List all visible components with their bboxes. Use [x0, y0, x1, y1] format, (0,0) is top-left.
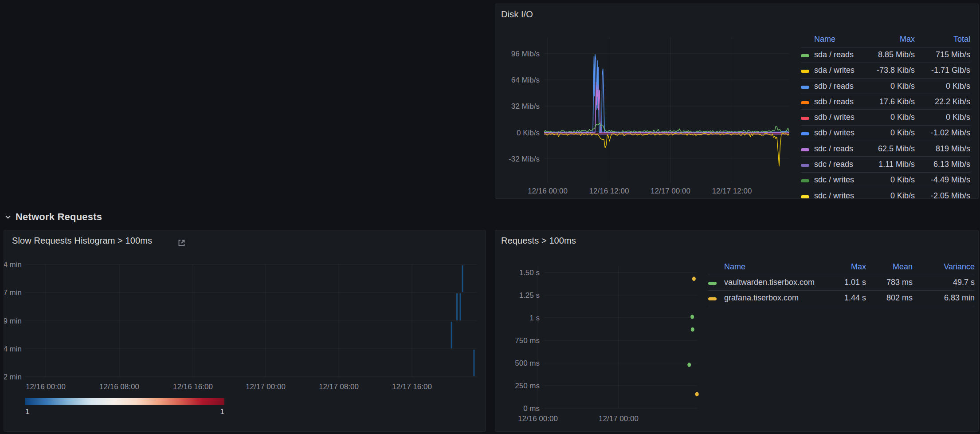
svg-text:0 ms: 0 ms	[523, 404, 540, 413]
svg-text:12/17 00:00: 12/17 00:00	[599, 414, 639, 423]
panel-slow-requests-histogram: Slow Requests Histogram > 100ms 34 min17…	[4, 230, 486, 432]
svg-text:12/16 16:00: 12/16 16:00	[173, 383, 213, 391]
legend-header-mean[interactable]: Mean	[866, 262, 913, 272]
svg-text:1.50 s: 1.50 s	[519, 268, 540, 277]
svg-text:32 Mib/s: 32 Mib/s	[511, 102, 540, 110]
series-color-swatch	[801, 195, 809, 198]
svg-text:12/17 00:00: 12/17 00:00	[246, 383, 286, 391]
series-variance: 49.7 s	[913, 278, 975, 287]
series-name[interactable]: sdb / reads	[814, 97, 864, 107]
svg-text:12/16 12:00: 12/16 12:00	[589, 187, 629, 195]
requests-legend-table: Name Max Mean Variance vaultwarden.tiser…	[708, 259, 975, 306]
series-color-swatch	[801, 86, 809, 89]
svg-text:12/17 16:00: 12/17 16:00	[392, 383, 432, 391]
series-max: 0 Kib/s	[864, 113, 915, 122]
series-name[interactable]: sda / writes	[814, 66, 864, 75]
legend-row: sdc / writes 0 Kib/s -2.05 Mib/s	[801, 188, 970, 199]
series-max: -73.8 Kib/s	[864, 66, 915, 75]
svg-text:500 ms: 500 ms	[515, 359, 540, 367]
series-variance: 6.83 min	[913, 293, 975, 303]
series-name[interactable]: sdc / reads	[814, 160, 864, 169]
legend-header-name[interactable]: Name	[814, 35, 864, 44]
svg-text:12/16 00:00: 12/16 00:00	[26, 383, 66, 391]
svg-text:4 min: 4 min	[4, 345, 22, 353]
grafana-dashboard: { "accent_colors": { "link_blue": "#6E9F…	[0, 0, 980, 434]
legend-header-max[interactable]: Max	[817, 262, 866, 272]
series-total: -2.05 Mib/s	[915, 191, 970, 199]
legend-header-name[interactable]: Name	[724, 262, 817, 272]
series-mean: 783 ms	[866, 278, 913, 287]
series-max: 62.5 Mib/s	[864, 144, 915, 154]
slow-requests-heatmap-chart[interactable]: 34 min17 min9 min4 min2 min12/16 00:0012…	[4, 230, 486, 395]
svg-text:12/16 08:00: 12/16 08:00	[99, 383, 139, 391]
series-total: 0 Kib/s	[915, 113, 970, 122]
legend-header-max[interactable]: Max	[864, 35, 915, 44]
series-color-swatch	[801, 54, 809, 57]
series-color-swatch	[708, 297, 717, 300]
legend-header-variance[interactable]: Variance	[913, 262, 975, 272]
series-color-swatch	[801, 101, 809, 104]
svg-text:12/17 12:00: 12/17 12:00	[712, 187, 752, 195]
scale-max-label: 1	[220, 407, 224, 416]
disk-io-legend-table: Name Max Total sda / reads 8.85 Mib/s 71…	[801, 32, 970, 199]
legend-row: sdc / reads 62.5 Mib/s 819 Mib/s	[801, 141, 970, 157]
series-name[interactable]: sdc / writes	[814, 191, 864, 199]
series-color-swatch	[801, 148, 809, 151]
series-name[interactable]: sdb / reads	[814, 82, 864, 91]
series-max: 8.85 Mib/s	[864, 50, 915, 59]
series-name[interactable]: vaultwarden.tiserbox.com	[724, 278, 817, 287]
svg-text:12/16 00:00: 12/16 00:00	[528, 187, 568, 195]
series-mean: 802 ms	[866, 293, 913, 303]
panel-disk-io: Disk I/O 96 Mib/s64 Mib/s32 Mib/s0 Kib/s…	[495, 4, 979, 199]
legend-row: sdb / writes 0 Kib/s 0 Kib/s	[801, 110, 970, 125]
svg-text:9 min: 9 min	[4, 317, 22, 325]
legend-header-row: Name Max Total	[801, 32, 970, 47]
series-max: 1.11 Mib/s	[864, 160, 915, 169]
legend-row: sdc / writes 0 Kib/s -4.49 Mib/s	[801, 173, 970, 188]
series-max: 1.44 s	[817, 293, 866, 303]
svg-text:250 ms: 250 ms	[515, 382, 540, 390]
svg-text:1.25 s: 1.25 s	[519, 291, 540, 300]
series-total: 22.2 Kib/s	[915, 97, 970, 107]
series-color-swatch	[801, 70, 809, 73]
series-name[interactable]: sdb / writes	[814, 128, 864, 138]
heatmap-color-scale: 1 1	[25, 398, 224, 416]
svg-text:0 Kib/s: 0 Kib/s	[517, 129, 540, 137]
svg-text:750 ms: 750 ms	[515, 336, 540, 345]
color-gradient-bar	[25, 398, 224, 405]
series-max: 0 Kib/s	[864, 191, 915, 199]
series-name[interactable]: sda / reads	[814, 50, 864, 59]
series-color-swatch	[708, 282, 717, 285]
legend-row: sda / reads 8.85 Mib/s 715 Mib/s	[801, 47, 970, 63]
legend-header-row: Name Max Mean Variance	[708, 259, 975, 275]
series-max: 1.01 s	[817, 278, 866, 287]
legend-row: grafana.tiserbox.com 1.44 s 802 ms 6.83 …	[708, 291, 975, 306]
series-name[interactable]: sdc / reads	[814, 144, 864, 154]
legend-row: vaultwarden.tiserbox.com 1.01 s 783 ms 4…	[708, 275, 975, 290]
svg-text:34 min: 34 min	[4, 260, 22, 269]
svg-text:12/16 00:00: 12/16 00:00	[518, 414, 558, 423]
row-header-network-requests[interactable]: Network Requests	[4, 209, 102, 225]
series-total: 6.13 Mib/s	[915, 160, 970, 169]
series-name[interactable]: sdc / writes	[814, 175, 864, 185]
series-max: 0 Kib/s	[864, 128, 915, 138]
svg-text:1 s: 1 s	[529, 314, 540, 322]
svg-text:2 min: 2 min	[4, 373, 22, 381]
series-name[interactable]: sdb / writes	[814, 113, 864, 122]
series-color-swatch	[801, 117, 809, 120]
series-total: 819 Mib/s	[915, 144, 970, 154]
svg-text:-32 Mib/s: -32 Mib/s	[509, 155, 540, 163]
series-name[interactable]: grafana.tiserbox.com	[724, 293, 817, 303]
scale-min-label: 1	[25, 407, 29, 416]
svg-text:12/17 08:00: 12/17 08:00	[319, 383, 359, 391]
legend-row: sda / writes -73.8 Kib/s -1.71 Gib/s	[801, 63, 970, 79]
section-title: Network Requests	[16, 211, 102, 223]
series-total: 715 Mib/s	[915, 50, 970, 59]
legend-row: sdb / reads 17.6 Kib/s 22.2 Kib/s	[801, 94, 970, 110]
panel-requests-over-100ms: Requests > 100ms 1.50 s1.25 s1 s750 ms50…	[495, 230, 979, 432]
series-max: 17.6 Kib/s	[864, 97, 915, 107]
legend-row: sdc / reads 1.11 Mib/s 6.13 Mib/s	[801, 157, 970, 172]
series-total: -1.71 Gib/s	[915, 66, 970, 75]
legend-header-total[interactable]: Total	[915, 35, 970, 44]
legend-row: sdb / writes 0 Kib/s -1.02 Mib/s	[801, 126, 970, 141]
